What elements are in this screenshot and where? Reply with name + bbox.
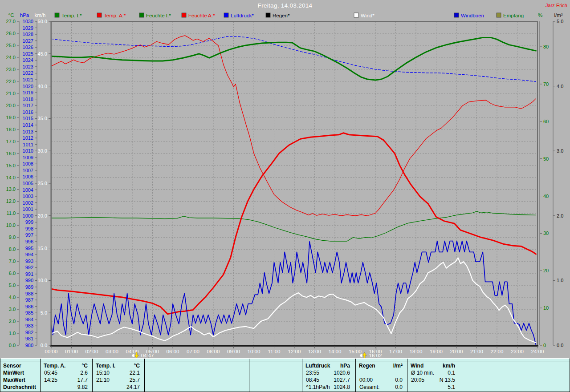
axis-tick-label: 1009	[23, 155, 33, 160]
axis-tick-label: 985	[25, 310, 33, 315]
axis-tick-label: 35.0	[38, 116, 47, 121]
axis-tick-label: 8.0	[9, 247, 16, 252]
x-tick-label: 17:00	[389, 349, 402, 354]
x-tick-label: 06:00	[167, 349, 179, 354]
marker-moon-dot	[360, 354, 363, 357]
axis-tick-label: 15.0	[38, 246, 47, 251]
axis-tick-label: 996	[25, 239, 33, 244]
axis-tick-label: 1008	[23, 161, 33, 166]
axis-tick-label: 10	[543, 305, 549, 311]
legend-label-feuchte_i: Feuchte I.*	[146, 13, 171, 18]
axis-tick-label: 994	[25, 252, 33, 257]
axis-tick-label: 50	[543, 156, 549, 162]
axis-header-kmh: km/h	[35, 12, 46, 18]
axis-tick-label: 991	[25, 271, 33, 277]
axis-tick-label: 980	[25, 343, 33, 348]
legend-label-empfang: Empfang	[503, 13, 524, 18]
axis-tick-label: 1004	[23, 187, 33, 193]
axis-tick-label: 4.0	[557, 84, 563, 89]
axis-tick-label: 17.0	[6, 139, 16, 144]
x-tick-label: 22:00	[491, 349, 504, 354]
stats-unit-regen: l/m²	[355, 363, 403, 369]
legend-label-temp_a: Temp. A.*	[104, 13, 126, 18]
legend-swatch-luftdruck	[224, 13, 228, 17]
axis-tick-label: 984	[25, 317, 33, 322]
axis-tick-label: 5.0	[41, 310, 47, 315]
legend-label-windboeen: Windböen	[461, 13, 484, 18]
x-tick-label: 23:00	[511, 349, 524, 354]
axis-tick-label: 990	[25, 278, 33, 283]
axis-tick-label: 986	[25, 304, 33, 309]
axis-tick-label: 1025	[23, 51, 33, 57]
axis-tick-label: 1000	[23, 213, 33, 218]
axis-tick-label: 988	[25, 291, 33, 296]
axis-tick-label: 10.0	[6, 222, 16, 228]
axis-tick-label: 60	[543, 119, 549, 124]
legend-swatch-regen	[266, 13, 270, 17]
axis-tick-label: 1021	[23, 77, 33, 82]
window-title: Freitag, 14.03.2014	[0, 2, 570, 9]
axis-tick-label: 15.0	[6, 163, 16, 168]
axis-header-lm2: l/m²	[554, 12, 562, 18]
axis-tick-label: 26.0	[6, 31, 16, 36]
axis-tick-label: 20.0	[38, 213, 47, 218]
axis-header-pct: %	[538, 12, 542, 18]
stats-unit-wind: km/h	[407, 363, 455, 369]
axis-tick-label: 30.0	[38, 148, 47, 154]
stats-value-wind: 0.1	[407, 370, 455, 376]
legend-swatch-empfang	[497, 13, 501, 17]
x-tick-label: 08:00	[207, 349, 220, 354]
axis-tick-label: 995	[25, 246, 33, 251]
axis-tick-label: 997	[25, 232, 33, 238]
x-tick-label: 14:00	[329, 349, 342, 354]
legend-swatch-windboeen	[454, 13, 459, 17]
axis-tick-label: 983	[25, 323, 33, 328]
legend-item-temp_i: Temp. I.*	[55, 13, 82, 18]
x-tick-label: 13:00	[308, 349, 321, 354]
stats-value-temp-i: 24.17	[92, 384, 140, 390]
stats-unit-luftdruck: hPa	[302, 363, 350, 369]
stats-unit-temp-i: °C	[92, 363, 140, 369]
x-tick-label: 09:00	[227, 349, 240, 354]
x-tick-label: 24:00	[531, 349, 544, 354]
stats-value-luftdruck: 1024.8	[302, 384, 350, 390]
x-tick-label: 18:00	[410, 349, 423, 354]
axis-tick-label: 40.0	[38, 84, 47, 89]
legend-item-temp_a: Temp. A.*	[97, 13, 126, 18]
axis-tick-label: 1005	[23, 181, 33, 186]
axis-tick-label: 5.0	[9, 283, 16, 288]
axis-tick-label: 11.0	[6, 210, 16, 216]
axis-tick-label: 16.0	[6, 151, 16, 156]
legend-swatch-wind	[354, 13, 358, 17]
axis-tick-label: 1010	[23, 148, 33, 154]
axis-tick-label: 1028	[23, 32, 33, 37]
author-name: Jarz Erich	[546, 3, 567, 8]
stats-value-wind: N 13.5	[407, 377, 455, 383]
axis-tick-label: 18.0	[6, 127, 16, 132]
legend-item-windboeen: Windböen	[454, 13, 484, 18]
axis-tick-label: 1012	[23, 135, 33, 141]
axis-tick-label: 1006	[23, 174, 33, 179]
axis-tick-label: 0.0	[557, 343, 563, 348]
x-tick-label: 11:00	[268, 349, 281, 354]
axis-tick-label: 1022	[23, 70, 33, 76]
table-column-divider	[144, 359, 145, 392]
axis-tick-label: 20	[543, 268, 549, 273]
chart-canvas: 0.01.02.03.04.05.06.07.08.09.010.011.012…	[0, 0, 570, 359]
axis-tick-label: 998	[25, 226, 33, 231]
axis-tick-label: 1020	[23, 84, 33, 89]
axis-tick-label: 1011	[23, 142, 33, 147]
legend-label-temp_i: Temp. I.*	[61, 13, 82, 18]
axis-tick-label: 1003	[23, 194, 33, 199]
axis-tick-label: 0.0	[9, 343, 16, 348]
axis-tick-label: 1001	[23, 206, 33, 212]
axis-tick-label: 1016	[23, 109, 33, 115]
axis-tick-label: 9.0	[9, 234, 16, 240]
axis-tick-label: 10.0	[38, 278, 47, 283]
axis-tick-label: 7.0	[9, 259, 16, 264]
stats-row-label: Durchschnitt	[3, 384, 36, 390]
axis-tick-label: 1027	[23, 38, 33, 44]
legend-label-feuchte_a: Feuchte A.*	[188, 13, 215, 18]
axis-tick-label: 981	[25, 336, 33, 341]
axis-tick-label: 12.0	[6, 198, 16, 204]
